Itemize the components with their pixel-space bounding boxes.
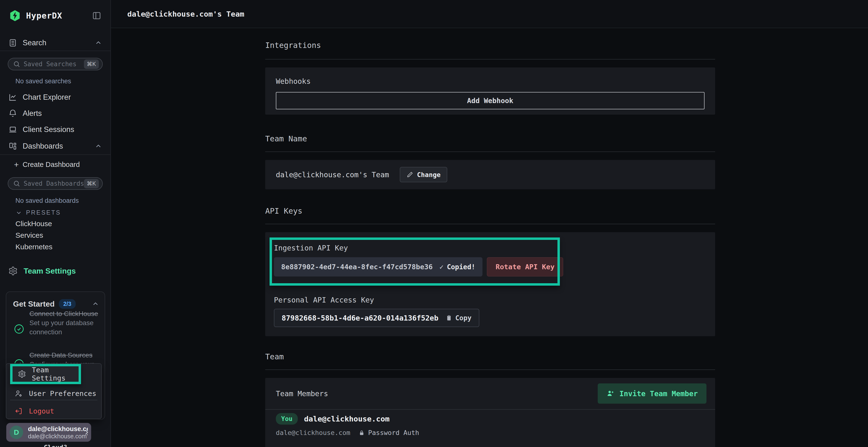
profile-subtitle: dale@clickhouse.com's [28, 433, 88, 440]
sidebar-section-search[interactable]: Search [0, 35, 111, 51]
section-divider [265, 224, 715, 224]
menu-divider [10, 400, 97, 400]
line-chart-icon [8, 93, 18, 102]
preset-services[interactable]: Services [16, 231, 43, 239]
logo-row: HyperDX [0, 4, 111, 27]
rotate-api-key-label: Rotate API Key [495, 263, 554, 271]
team-name-value: dale@clickhouse.com's Team [276, 171, 389, 179]
rotate-api-key-button[interactable]: Rotate API Key [487, 257, 563, 276]
logs-icon [8, 38, 18, 47]
you-badge: You [276, 413, 298, 424]
webhooks-card: Webhooks Add Webhook [265, 67, 715, 115]
create-dashboard-label: Create Dashboard [23, 161, 80, 169]
sidebar-section-dashboards[interactable]: Dashboards [0, 138, 111, 155]
step-title: Connect to ClickHouse [29, 309, 104, 318]
sidebar-item-client-sessions[interactable]: Client Sessions [0, 122, 111, 137]
team-name-card: dale@clickhouse.com's Team Change [265, 160, 715, 189]
member-email: dale@clickhouse.com [276, 429, 350, 437]
saved-searches-input[interactable]: ⌘K [8, 58, 103, 70]
laptop-icon [8, 125, 18, 134]
sidebar-item-alerts[interactable]: Alerts [0, 106, 111, 121]
change-button-label: Change [417, 171, 441, 178]
member-name: dale@clickhouse.com [304, 414, 390, 423]
no-saved-dashboards-text: No saved dashboards [16, 197, 79, 204]
cloud-partial-text[interactable]: Cloud? [0, 444, 111, 447]
saved-searches-field[interactable] [24, 61, 84, 68]
member-details-row: dale@clickhouse.com Password Auth [276, 429, 419, 437]
chevron-down-icon [16, 209, 22, 216]
api-keys-heading: API Keys [265, 206, 302, 215]
team-heading: Team [265, 352, 284, 361]
clipboard-icon [445, 314, 452, 321]
invite-team-member-label: Invite Team Member [619, 389, 698, 398]
team-members-card: Team Members Invite Team Member You dale… [265, 378, 715, 447]
member-row: You dale@clickhouse.com [276, 413, 390, 424]
preset-clickhouse[interactable]: ClickHouse [16, 220, 52, 228]
lock-icon [359, 429, 365, 436]
ingestion-api-key-label: Ingestion API Key [274, 244, 348, 252]
personal-key-chip[interactable]: 87982668-58b1-4d6e-a620-014a136f52eb Cop… [274, 309, 479, 327]
gear-icon [8, 266, 18, 276]
account-popup-menu: Team Settings User Preferences Logout [6, 363, 102, 419]
chart-explorer-label: Chart Explorer [23, 93, 71, 102]
profile-name: dale@clickhouse.com [28, 425, 88, 433]
shortcut-badge: ⌘K [84, 179, 99, 188]
chevron-right-icon [83, 428, 91, 437]
progress-badge: 2/3 [59, 299, 75, 309]
hyperdx-logo-icon [9, 9, 21, 22]
saved-dashboards-field[interactable] [24, 180, 84, 187]
personal-key-value: 87982668-58b1-4d6e-a620-014a136f52eb [282, 314, 438, 322]
section-divider [265, 59, 715, 60]
copied-indicator: ✓ Copied! [439, 263, 475, 271]
top-bar: dale@clickhouse.com's Team [111, 0, 868, 28]
invite-team-member-button[interactable]: Invite Team Member [598, 383, 707, 404]
get-started-step-1[interactable]: Connect to ClickHouse Set up your databa… [29, 309, 104, 337]
get-started-title: Get Started [13, 300, 55, 309]
create-dashboard-button[interactable]: + Create Dashboard [14, 158, 80, 171]
page-title: dale@clickhouse.com's Team [127, 10, 244, 18]
check-icon: ✓ [439, 263, 444, 271]
sidebar-item-team-settings[interactable]: Team Settings [0, 264, 111, 278]
search-section-label: Search [23, 38, 46, 47]
auth-method: Password Auth [359, 429, 419, 437]
plus-icon: + [14, 161, 19, 169]
section-divider [265, 151, 715, 152]
menu-logout-label: Logout [29, 407, 54, 415]
user-gear-icon [14, 389, 23, 398]
sidebar-collapse-icon[interactable] [92, 10, 102, 21]
saved-dashboards-input[interactable]: ⌘K [8, 177, 103, 190]
api-keys-card: Ingestion API Key 8e887902-4ed7-44ea-8fe… [265, 232, 715, 336]
menu-team-settings-label: Team Settings [32, 366, 79, 382]
presets-toggle[interactable]: PRESETS [16, 209, 61, 216]
app-title: HyperDX [26, 11, 62, 21]
presets-label: PRESETS [26, 209, 61, 216]
sidebar-item-chart-explorer[interactable]: Chart Explorer [0, 90, 111, 105]
integrations-heading: Integrations [265, 41, 321, 50]
user-plus-icon [607, 389, 615, 398]
get-started-header[interactable]: Get Started 2/3 [13, 297, 99, 311]
step-subtitle: Set up your database connection [29, 318, 104, 337]
copy-button[interactable]: Copy [445, 314, 471, 322]
ingestion-key-chip[interactable]: 8e887902-4ed7-44ea-8fec-f47cd578be36 ✓ C… [274, 257, 483, 276]
search-icon [13, 180, 20, 187]
sidebar: HyperDX Search ⌘K No saved searches [0, 0, 111, 447]
personal-api-key-label: Personal API Access Key [274, 296, 374, 304]
section-divider [265, 370, 715, 370]
team-settings-label: Team Settings [24, 267, 76, 276]
add-webhook-button[interactable]: Add Webhook [276, 92, 705, 109]
preset-kubernetes[interactable]: Kubernetes [16, 243, 52, 251]
avatar: D [10, 425, 23, 439]
team-name-heading: Team Name [265, 134, 307, 143]
change-team-name-button[interactable]: Change [400, 167, 447, 182]
team-settings-menu-item-highlighted[interactable]: Team Settings [10, 364, 81, 384]
menu-logout[interactable]: Logout [6, 404, 101, 418]
chevron-up-icon [92, 300, 99, 308]
profile-bar[interactable]: D dale@clickhouse.com dale@clickhouse.co… [6, 423, 91, 442]
webhooks-label: Webhooks [276, 77, 311, 85]
ingestion-key-value: 8e887902-4ed7-44ea-8fec-f47cd578be36 [281, 263, 433, 271]
menu-user-preferences[interactable]: User Preferences [6, 386, 101, 401]
bell-icon [8, 109, 18, 118]
dashboards-label: Dashboards [23, 142, 63, 150]
menu-user-preferences-label: User Preferences [29, 389, 96, 398]
check-circle-icon [14, 324, 24, 334]
